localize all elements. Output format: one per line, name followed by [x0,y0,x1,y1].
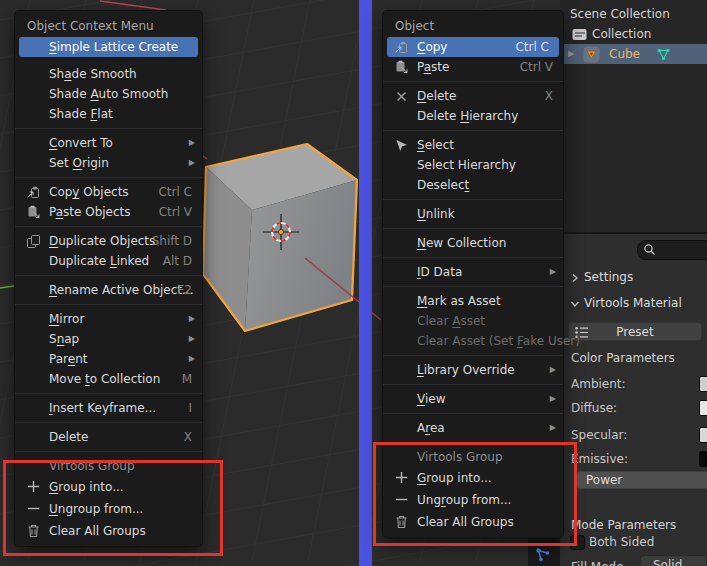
menu-item-paste-objects[interactable]: Paste ObjectsCtrl V [15,202,202,222]
submenu-arrow-icon: ▶ [189,329,195,349]
menu-item-shade-auto-smooth[interactable]: Shade Auto Smooth [15,84,202,104]
ambient-color-swatch[interactable] [699,376,707,392]
menu-item-label: Select Hierarchy [417,158,516,172]
menu-item-clear-all-groups[interactable]: Clear All Groups [383,511,563,533]
mnemonic-underline: A [452,314,460,328]
diffuse-color-swatch[interactable] [699,400,707,416]
menu-separator [15,124,202,133]
emissive-color-swatch[interactable] [699,451,707,467]
menu-item-duplicate-linked[interactable]: Duplicate LinkedAlt D [15,251,202,271]
menu-item-area[interactable]: Area▶ [383,418,563,438]
search-input[interactable] [637,240,707,260]
trash-icon [394,514,409,529]
menu-item-copy-objects[interactable]: Copy ObjectsCtrl C [15,182,202,202]
menu-item-insert-keyframe[interactable]: Insert Keyframe...I [15,398,202,418]
menu-item-ungroup-from[interactable]: Ungroup from... [15,498,202,520]
menu-item-delete-hierarchy[interactable]: Delete Hierarchy [383,106,563,126]
menu-separator [383,77,563,86]
menu-item-shortcut: X [184,427,192,447]
mnemonic-underline: y [72,185,79,199]
menu-item-group-into[interactable]: Group into... [383,467,563,489]
submenu-arrow-icon: ▶ [550,360,556,380]
menu-item-parent[interactable]: Parent▶ [15,349,202,369]
menu-separator [383,438,563,447]
power-button[interactable]: Power [575,471,707,489]
menu-separator [383,224,563,233]
specular-color-swatch[interactable] [699,427,707,443]
menu-separator [383,253,563,262]
both-sided-checkbox[interactable] [570,535,585,550]
menu-item-paste[interactable]: PasteCtrl V [383,57,563,77]
copy-icon [26,185,41,200]
menu-item-select[interactable]: Select [383,135,563,155]
menu-item-shortcut: Ctrl C [158,182,192,202]
menu-item-duplicate-objects[interactable]: Duplicate ObjectsShift D [15,231,202,251]
menu-item-unlink[interactable]: Unlink [383,204,563,224]
menu-item-library-override[interactable]: Library Override▶ [383,360,563,380]
menu-item-label: Shade Smooth [49,67,137,81]
mnemonic-underline: R [49,283,57,297]
menu-item-deselect[interactable]: Deselect [383,175,563,195]
mnemonic-underline: L [417,363,424,377]
menu-item-clear-asset[interactable]: Clear Asset [383,311,563,331]
menu-item-label: Ungroup from... [49,502,143,516]
properties-tab-icon[interactable] [534,546,552,564]
menu-separator [15,300,202,309]
outliner-row-scene-collection[interactable]: Scene Collection [560,4,707,24]
menu-item-label: Simple Lattice Create [49,40,178,54]
mesh-data-icon [655,46,672,63]
menu-item-mirror[interactable]: Mirror▶ [15,309,202,329]
menu-item-label: Unlink [417,207,455,221]
menu-item-copy[interactable]: CopyCtrl C [387,37,559,57]
menu-separator [15,447,202,456]
menu-item-shade-flat[interactable]: Shade Flat [15,104,202,124]
mnemonic-underline: F [90,107,97,121]
menu-separator [383,409,563,418]
menu-item-delete[interactable]: DeleteX [15,427,202,447]
menu-item-set-origin[interactable]: Set Origin▶ [15,153,202,173]
fill-mode-dropdown[interactable]: Solid [640,555,707,566]
menu-item-shade-smooth[interactable]: Shade Smooth [15,64,202,84]
menu-item-clear-all-groups[interactable]: Clear All Groups [15,520,202,542]
outliner-row-cube[interactable]: ▶ Cube [560,44,707,64]
menu-item-select-hierarchy[interactable]: Select Hierarchy [383,155,563,175]
preset-button[interactable]: Preset [568,322,702,341]
menu-item-label: Set Origin [49,156,109,170]
panel-header-virtools-material[interactable]: Virtools Material [560,294,707,312]
menu-separator [15,271,202,280]
menu-item-id-data[interactable]: ID Data▶ [383,262,563,282]
menu-item-label: Shade Auto Smooth [49,87,168,101]
menu-item-convert-to[interactable]: Convert To▶ [15,133,202,153]
menu-section-header: Virtools Group [15,456,202,476]
mnemonic-underline: r [441,493,446,507]
menu-item-clear-asset-set-fake-user[interactable]: Clear Asset (Set Fake User) [383,331,563,351]
mnemonic-underline: G [49,480,58,494]
submenu-arrow-icon: ▶ [189,349,195,369]
menu-item-label: Paste Objects [49,205,131,219]
chevron-right-icon [569,271,581,283]
menu-item-ungroup-from[interactable]: Ungroup from... [383,489,563,511]
menu-item-label: Paste [417,60,449,74]
menu-item-simple-lattice-create[interactable]: Simple Lattice Create [19,37,198,57]
menu-item-delete[interactable]: DeleteX [383,86,563,106]
menu-item-group-into[interactable]: Group into... [15,476,202,498]
plus-icon [26,479,41,494]
outliner-row-collection[interactable]: Collection [560,24,707,44]
menu-separator [15,418,202,427]
mnemonic-underline: D [417,89,426,103]
menu-item-new-collection[interactable]: New Collection [383,233,563,253]
menu-item-label: New Collection [417,236,506,250]
panel-header-settings[interactable]: Settings [560,268,707,286]
ambient-label: Ambient: [571,376,626,392]
expand-caret-icon[interactable]: ▶ [568,44,574,64]
menu-separator [383,195,563,204]
menu-item-shortcut: Shift D [152,231,192,251]
menu-item-label: Area [417,421,445,435]
menu-item-snap[interactable]: Snap▶ [15,329,202,349]
menu-item-rename-active-object[interactable]: Rename Active Object...F2 [15,280,202,300]
menu-item-mark-as-asset[interactable]: Mark as Asset [383,291,563,311]
menu-item-move-to-collection[interactable]: Move to CollectionM [15,369,202,389]
area-splitter[interactable] [359,0,372,566]
menu-item-view[interactable]: View▶ [383,389,563,409]
fill-mode-value: Solid [653,558,682,566]
